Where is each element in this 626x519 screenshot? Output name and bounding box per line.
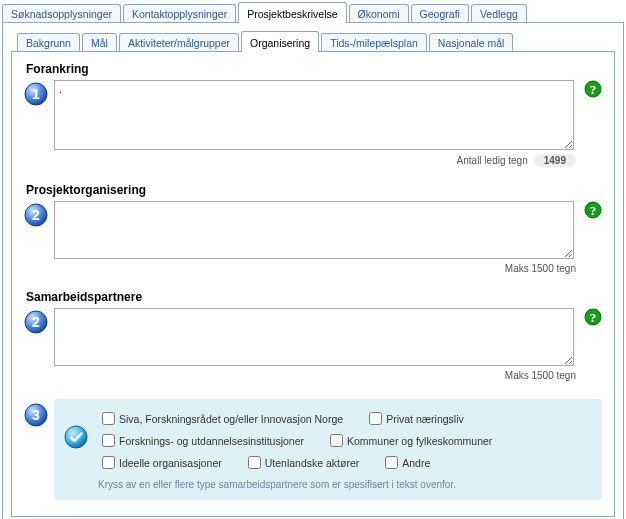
counter-label: Maks 1500 tegn [505, 370, 576, 381]
prosjektorg-title: Prosjektorganisering [26, 183, 602, 197]
cb-utenlandske[interactable]: Utenlandske aktører [244, 453, 360, 472]
samarbeid-textarea[interactable] [54, 308, 574, 366]
cb-andre-input[interactable] [385, 456, 398, 469]
step-2-icon: 2 [24, 203, 48, 227]
cb-forsknings-input[interactable] [102, 434, 115, 447]
svg-text:?: ? [590, 310, 597, 325]
cb-label: Privat næringsliv [386, 413, 464, 425]
help-icon[interactable]: ? [584, 308, 602, 326]
cb-kommuner-input[interactable] [330, 434, 343, 447]
help-icon[interactable]: ? [584, 80, 602, 98]
cb-andre[interactable]: Andre [381, 453, 430, 472]
tab-nasjonale[interactable]: Nasjonale mål [429, 33, 514, 52]
cb-forsknings[interactable]: Forsknings- og utdannelsesinstitusjoner [98, 431, 304, 450]
cb-label: Ideelle organisasjoner [119, 457, 222, 469]
main-tabs: Søknadsopplysninger Kontaktopplysninger … [0, 0, 626, 23]
section-forankring: Forankring 1 [24, 62, 602, 167]
partner-type-block: Siva, Forskningsrådet og/eller Innovasjo… [54, 399, 602, 500]
cb-privat-input[interactable] [369, 412, 382, 425]
samarbeid-title: Samarbeidspartnere [26, 290, 602, 304]
cb-label: Utenlandske aktører [265, 457, 360, 469]
step-2-icon: 2 [24, 310, 48, 334]
tab-tids[interactable]: Tids-/milepælsplan [321, 33, 427, 52]
partner-type-hint: Kryss av en eller flere type samarbeidsp… [98, 479, 592, 490]
cb-ideelle-input[interactable] [102, 456, 115, 469]
counter-label: Maks 1500 tegn [505, 263, 576, 274]
cb-label: Kommuner og fylkeskommuner [347, 435, 492, 447]
tab-aktiviteter[interactable]: Aktiviteter/målgrupper [119, 33, 239, 52]
step-3-icon: 3 [24, 403, 48, 427]
check-icon [64, 425, 88, 449]
cb-label: Andre [402, 457, 430, 469]
svg-text:3: 3 [32, 407, 40, 423]
tab-geografi[interactable]: Geografi [411, 4, 469, 23]
main-panel: Bakgrunn Mål Aktiviteter/målgrupper Orga… [2, 22, 624, 519]
tab-organisering[interactable]: Organisering [241, 31, 319, 52]
cb-label: Siva, Forskningsrådet og/eller Innovasjo… [119, 413, 343, 425]
svg-point-14 [65, 426, 87, 448]
counter-value: 1499 [534, 154, 576, 167]
cb-siva-input[interactable] [102, 412, 115, 425]
svg-text:1: 1 [32, 86, 40, 102]
help-icon[interactable]: ? [584, 201, 602, 219]
forankring-title: Forankring [26, 62, 602, 76]
section-prosjektorganisering: Prosjektorganisering 2 [24, 183, 602, 274]
cb-privat[interactable]: Privat næringsliv [365, 409, 464, 428]
sub-tabs: Bakgrunn Mål Aktiviteter/målgrupper Orga… [11, 31, 615, 52]
tab-soknadsopplysninger[interactable]: Søknadsopplysninger [2, 4, 121, 23]
section-samarbeidspartnere: Samarbeidspartnere 2 [24, 290, 602, 381]
tab-prosjektbeskrivelse[interactable]: Prosjektbeskrivelse [238, 2, 346, 23]
cb-ideelle[interactable]: Ideelle organisasjoner [98, 453, 222, 472]
svg-text:?: ? [590, 82, 597, 97]
svg-text:?: ? [590, 203, 597, 218]
tab-kontaktopplysninger[interactable]: Kontaktopplysninger [123, 4, 236, 23]
step-1-icon: 1 [24, 82, 48, 106]
tab-okonomi[interactable]: Økonomi [349, 4, 409, 23]
samarbeid-counter: Maks 1500 tegn [24, 370, 602, 381]
forankring-textarea[interactable] [54, 80, 574, 150]
cb-kommuner[interactable]: Kommuner og fylkeskommuner [326, 431, 492, 450]
tab-mal[interactable]: Mål [82, 33, 117, 52]
tab-vedlegg[interactable]: Vedlegg [471, 4, 527, 23]
cb-utenlandske-input[interactable] [248, 456, 261, 469]
prosjektorg-counter: Maks 1500 tegn [24, 263, 602, 274]
cb-label: Forsknings- og utdannelsesinstitusjoner [119, 435, 304, 447]
prosjektorg-textarea[interactable] [54, 201, 574, 259]
counter-label: Antall ledig tegn [457, 155, 528, 166]
tab-bakgrunn[interactable]: Bakgrunn [17, 33, 80, 52]
forankring-counter: Antall ledig tegn 1499 [24, 154, 602, 167]
svg-text:2: 2 [32, 207, 40, 223]
svg-text:2: 2 [32, 314, 40, 330]
organisering-panel: Forankring 1 [11, 51, 615, 517]
cb-siva[interactable]: Siva, Forskningsrådet og/eller Innovasjo… [98, 409, 343, 428]
